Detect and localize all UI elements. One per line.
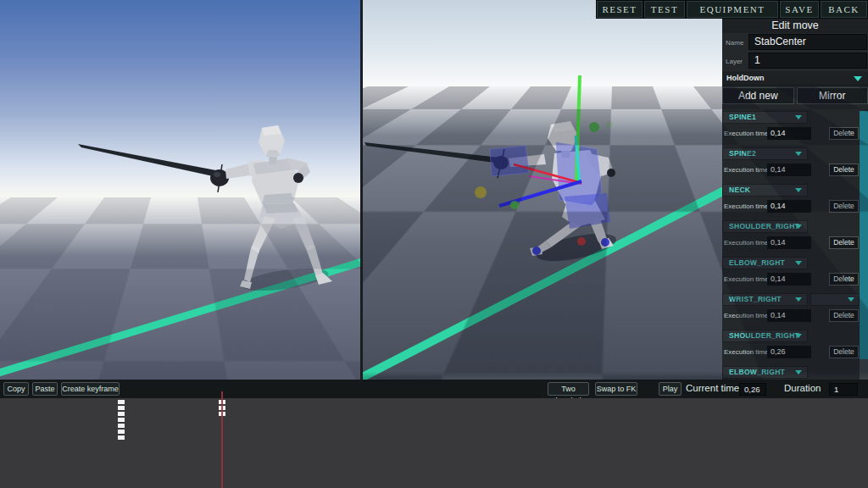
bone-name: WRIST_RIGHT <box>729 295 782 303</box>
duration-input[interactable]: 1 <box>829 383 858 396</box>
bone-dropdown[interactable]: SHOULDER_RIGHT <box>722 220 808 233</box>
gizmo-handle-green-faint <box>606 121 613 128</box>
edit-move-panel: Edit move Name StabCenter Layer 1 HoldDo… <box>722 19 868 380</box>
equipment-button[interactable]: EQUIPMENT <box>687 1 778 18</box>
layer-input[interactable]: 1 <box>748 53 867 69</box>
chevron-down-icon <box>795 152 802 156</box>
delete-button[interactable]: Delete <box>829 164 859 176</box>
execution-time-row: Execution time 0,14 Delete <box>722 164 860 176</box>
copy-button[interactable]: Copy <box>3 382 29 396</box>
current-time-label: Current time <box>686 383 739 393</box>
chevron-down-icon <box>795 115 802 119</box>
delete-button[interactable]: Delete <box>829 309 859 322</box>
chevron-down-icon <box>795 297 802 302</box>
neck <box>269 157 277 164</box>
bone-row: ELBOW_RIGHT Execution time 0,14 Delete <box>722 257 860 286</box>
execution-time-input[interactable]: 0,14 <box>767 273 811 286</box>
chevron-down-icon <box>795 370 802 374</box>
execution-time-input[interactable]: 0,14 <box>767 236 811 249</box>
execution-time-input[interactable]: 0,14 <box>767 164 811 176</box>
execution-time-row: Execution time 0,14 Delete <box>722 273 860 286</box>
bone-dropdown[interactable]: SHOULDER_RIGHT <box>722 330 808 342</box>
save-button[interactable]: SAVE <box>780 1 819 18</box>
chevron-down-icon <box>854 76 862 81</box>
animation-move-editor: RESET TEST EQUIPMENT SAVE BACK Edit move… <box>0 0 868 488</box>
keyframe-marker[interactable] <box>118 435 125 440</box>
bone-row: NECK Execution time 0,14 Delete <box>722 184 860 213</box>
execution-time-label: Execution time <box>724 164 768 176</box>
timeline-track[interactable] <box>0 398 868 488</box>
sword-blade <box>78 144 221 178</box>
keyframe-marker[interactable] <box>118 412 125 416</box>
topbar: RESET TEST EQUIPMENT SAVE BACK <box>596 0 868 19</box>
two-handed-button[interactable]: Two handed <box>548 382 589 396</box>
ankle-sphere-right <box>601 238 609 247</box>
execution-time-label: Execution time <box>724 200 768 213</box>
keyframe-marker[interactable] <box>118 424 125 428</box>
execution-time-label: Execution time <box>724 346 768 358</box>
move-type-value: HoldDown <box>726 74 765 82</box>
bone-row: SPINE1 Execution time 0,14 Delete <box>722 111 860 140</box>
chevron-down-icon <box>795 334 802 338</box>
execution-time-input[interactable]: 0,14 <box>767 200 811 213</box>
bone-extra-dropdown[interactable] <box>810 293 860 306</box>
execution-time-input[interactable]: 0,26 <box>767 346 811 358</box>
name-input[interactable]: StabCenter <box>748 34 867 50</box>
delete-button[interactable]: Delete <box>829 127 859 140</box>
keyframe-marker[interactable] <box>118 400 125 404</box>
execution-time-row: Execution time 0,14 Delete <box>722 127 860 140</box>
execution-time-input[interactable]: 0,14 <box>767 309 811 322</box>
test-button[interactable]: TEST <box>644 1 685 18</box>
selection-box-hand <box>490 146 529 176</box>
bone-name: SPINE1 <box>729 113 756 121</box>
delete-button[interactable]: Delete <box>829 346 859 358</box>
bone-dropdown[interactable]: NECK <box>722 184 808 197</box>
bone-list: SPINE1 Execution time 0,14 Delete SPINE2… <box>722 111 860 380</box>
character-left <box>0 0 360 381</box>
scrollbar-thumb[interactable] <box>860 111 868 359</box>
paste-button[interactable]: Paste <box>32 382 58 396</box>
execution-time-label: Execution time <box>724 127 768 140</box>
chevron-down-icon <box>795 261 802 265</box>
delete-button[interactable]: Delete <box>829 200 859 213</box>
bone-dropdown[interactable]: WRIST_RIGHT <box>722 293 808 306</box>
right-foot <box>315 273 332 285</box>
back-button[interactable]: BACK <box>821 1 867 18</box>
right-forearm <box>225 164 250 179</box>
bone-dropdown[interactable]: SPINE2 <box>722 147 808 160</box>
playhead-overlay <box>221 398 223 488</box>
mirror-button[interactable]: Mirror <box>797 87 868 104</box>
delete-button[interactable]: Delete <box>829 273 859 286</box>
sword-blade <box>364 142 508 164</box>
bone-dropdown[interactable]: ELBOW_RIGHT <box>722 366 808 379</box>
bone-row: ELBOW_RIGHT Execution time Delete <box>722 366 860 380</box>
move-type-dropdown[interactable]: HoldDown <box>722 71 868 86</box>
bone-name: SHOULDER_RIGHT <box>729 222 799 230</box>
reset-button[interactable]: RESET <box>597 1 643 18</box>
keyframe-marker[interactable] <box>118 418 125 422</box>
bone-row: WRIST_RIGHT Execution time 0,14 Delete <box>722 293 860 322</box>
left-glove <box>607 169 615 177</box>
selection-box-pelvis <box>565 193 610 229</box>
execution-time-input[interactable]: 0,14 <box>767 127 811 140</box>
create-keyframe-button[interactable]: Create keyframe <box>61 382 120 396</box>
viewport-left[interactable] <box>0 0 360 381</box>
bone-name: SPINE2 <box>729 149 756 158</box>
swap-to-fk-button[interactable]: Swap to FK <box>595 382 637 396</box>
play-button[interactable]: Play <box>659 382 682 396</box>
gizmo-handle-green-low <box>510 201 519 209</box>
bone-dropdown[interactable]: ELBOW_RIGHT <box>722 257 808 269</box>
keyframe-marker[interactable] <box>118 406 125 410</box>
scrollbar-track[interactable] <box>860 111 868 380</box>
bone-dropdown[interactable]: SPINE1 <box>722 111 808 124</box>
chevron-down-icon <box>848 297 854 302</box>
execution-time-row: Execution time 0,26 Delete <box>722 346 860 358</box>
timeline-toolbar: Copy Paste Create keyframe Two handed Sw… <box>0 380 868 398</box>
bone-name: SHOULDER_RIGHT <box>729 331 799 340</box>
execution-time-label: Execution time <box>724 273 768 286</box>
delete-button[interactable]: Delete <box>829 236 859 249</box>
current-time-input[interactable]: 0,26 <box>739 383 766 396</box>
add-new-button[interactable]: Add new <box>722 87 794 104</box>
execution-time-row: Execution time 0,14 Delete <box>722 309 860 322</box>
keyframe-marker[interactable] <box>118 430 125 434</box>
